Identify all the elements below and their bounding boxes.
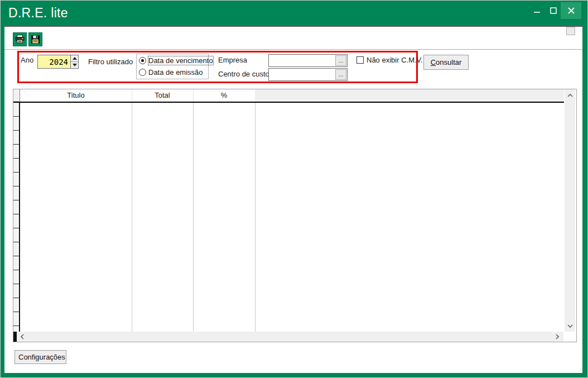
grid-row-indicator-column <box>13 103 20 332</box>
client-area: Ano Filtro utilizado Data de vencimento … <box>4 26 582 373</box>
panel-grip <box>566 27 575 35</box>
column-separator <box>132 103 132 332</box>
print-icon <box>15 35 25 44</box>
titlebar: D.R.E. lite <box>1 1 587 26</box>
consultar-button[interactable]: Consultar <box>423 55 469 70</box>
close-icon <box>568 7 575 14</box>
radio-vencimento-label[interactable]: Data de vencimento <box>148 56 213 65</box>
minimize-icon <box>534 8 540 14</box>
client-top-border <box>4 26 582 27</box>
maximize-button[interactable] <box>545 2 562 19</box>
minimize-button[interactable] <box>528 2 545 19</box>
toolbar-separator <box>4 49 582 50</box>
scroll-right-button[interactable] <box>552 332 562 342</box>
centro-custo-browse-button[interactable]: ... <box>335 69 346 80</box>
chevron-right-icon <box>556 334 559 339</box>
filtro-label: Filtro utilizado <box>88 58 133 66</box>
ano-label: Ano <box>21 56 33 65</box>
centro-custo-label: Centro de custo <box>218 70 269 79</box>
header-filler-cell <box>255 89 564 102</box>
save-button[interactable] <box>28 32 42 46</box>
radio-data-emissao[interactable]: Data de emissão <box>139 68 203 77</box>
empresa-label: Empresa <box>218 56 247 65</box>
radio-emissao-label[interactable]: Data de emissão <box>148 68 203 76</box>
centro-custo-input[interactable] <box>269 69 335 80</box>
grid-indicator-header <box>13 89 20 102</box>
column-separator <box>193 103 194 332</box>
scroll-up-button[interactable] <box>565 90 575 100</box>
scrollbar-left-block <box>13 332 17 342</box>
ano-input[interactable] <box>38 55 70 68</box>
empresa-input[interactable] <box>269 55 335 66</box>
ano-spinner <box>37 55 79 69</box>
cmv-checkbox-label[interactable]: Não exibir C.M.V. <box>367 56 423 64</box>
column-header-titulo: Titulo <box>20 89 132 102</box>
vertical-scrollbar[interactable] <box>565 89 575 332</box>
ano-spin-buttons <box>70 55 78 68</box>
scroll-down-button[interactable] <box>565 321 575 331</box>
scroll-left-button[interactable] <box>17 332 27 342</box>
chevron-left-icon <box>21 334 24 339</box>
filtro-radio-group: Data de vencimento Data de emissão <box>136 54 209 79</box>
column-separator <box>255 103 256 332</box>
empresa-browse-button[interactable]: ... <box>335 55 346 66</box>
column-header-total: Total <box>132 89 193 102</box>
radio-unselected-icon[interactable] <box>139 69 146 76</box>
chevron-down-icon <box>567 324 573 328</box>
maximize-icon <box>550 7 557 14</box>
centro-custo-field-wrap: ... <box>268 68 348 81</box>
print-button[interactable] <box>13 32 27 46</box>
radio-data-vencimento[interactable]: Data de vencimento <box>139 56 213 65</box>
column-header-percent: % <box>193 89 255 102</box>
configuracoes-button[interactable]: Configurações <box>15 350 66 364</box>
chevron-up-icon <box>567 94 573 97</box>
radio-selected-icon[interactable] <box>139 57 146 64</box>
empresa-field-wrap: ... <box>268 54 348 67</box>
spinner-up-icon[interactable] <box>71 55 78 62</box>
results-grid: Titulo Total % <box>13 89 577 342</box>
checkbox-unchecked-icon[interactable] <box>356 56 364 64</box>
save-icon <box>31 35 40 44</box>
horizontal-scrollbar[interactable] <box>13 332 563 342</box>
grid-header-row: Titulo Total % <box>13 89 564 103</box>
app-window: D.R.E. lite <box>0 0 588 378</box>
spinner-down-icon[interactable] <box>71 62 78 68</box>
window-title: D.R.E. lite <box>8 1 68 26</box>
close-button[interactable] <box>561 2 581 19</box>
nao-exibir-cmv-checkbox-row[interactable]: Não exibir C.M.V. <box>356 56 423 64</box>
